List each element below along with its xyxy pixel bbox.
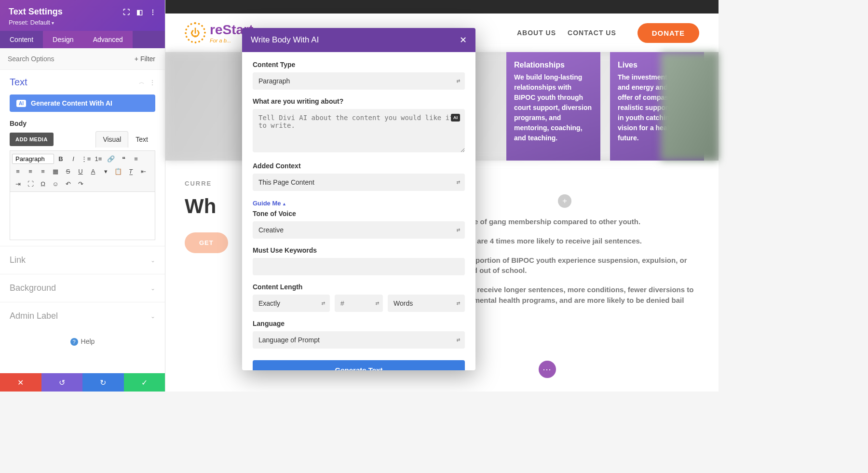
about-label: What are you writing about? (253, 97, 465, 105)
save-button[interactable]: ✓ (124, 373, 165, 392)
card-text: We build long-lasting relationships with… (514, 72, 593, 143)
settings-sidebar: Text Settings ⛶ ◧ ⋮ Preset: Default Cont… (0, 0, 165, 392)
body-label: Body (0, 118, 165, 131)
chevron-down-icon: ⌄ (150, 257, 155, 264)
modal-title: Write Body With AI (251, 35, 319, 45)
search-row: Filter (0, 48, 165, 70)
ai-modal: Write Body With AI ✕ Content Type Paragr… (242, 28, 475, 370)
length-mode-select[interactable]: Exactly (253, 295, 330, 312)
sidebar-title: Text Settings (9, 7, 63, 17)
table-icon[interactable]: ▦ (50, 165, 61, 177)
editor-tab-text[interactable]: Text (128, 131, 155, 148)
nav-about[interactable]: ABOUT US (517, 29, 556, 37)
generate-content-button[interactable]: AI Generate Content With AI (10, 95, 155, 112)
align-right-icon[interactable]: ≡ (25, 165, 36, 177)
align-justify-icon[interactable]: ≡ (37, 165, 49, 177)
generate-content-label: Generate Content With AI (31, 99, 112, 107)
sidebar-tabs: Content Design Advanced (0, 31, 165, 48)
admin-label-section[interactable]: Admin Label ⌄ (0, 302, 165, 330)
text-section-title: Text (10, 77, 27, 88)
fullscreen-icon[interactable]: ⛶ (25, 178, 36, 189)
search-input[interactable] (6, 52, 131, 66)
add-media-button[interactable]: ADD MEDIA (10, 133, 54, 146)
generate-text-button[interactable]: Generate Text (253, 360, 465, 370)
tab-design[interactable]: Design (43, 31, 83, 48)
sidebar-header: Text Settings ⛶ ◧ ⋮ Preset: Default (0, 0, 165, 31)
logo-icon (185, 22, 206, 43)
quote-icon[interactable]: ❝ (118, 153, 129, 164)
dock-icon[interactable]: ◧ (136, 8, 143, 16)
add-module-button[interactable]: + (558, 194, 571, 208)
editor-tab-visual[interactable]: Visual (95, 131, 128, 148)
editor-toolbar: Paragraph B I ⋮≡ 1≡ 🔗 ❝ ≡ ≡ ≡ ≡ ▦ S U A … (10, 150, 155, 192)
tone-select[interactable]: Creative (253, 221, 465, 239)
omega-icon[interactable]: Ω (37, 178, 49, 189)
ai-badge-icon: AI (16, 100, 26, 107)
indent-icon[interactable]: ⇥ (12, 178, 24, 189)
card-title: Relationships (514, 61, 593, 69)
undo-button[interactable]: ↺ (41, 373, 83, 392)
tab-content[interactable]: Content (0, 31, 43, 48)
align-center-icon[interactable]: ≡ (12, 165, 24, 177)
paste-icon[interactable]: 📋 (112, 165, 124, 177)
window-top-bar (165, 0, 719, 14)
filter-button[interactable]: Filter (131, 53, 159, 65)
get-involved-button[interactable]: GET (185, 232, 228, 253)
ai-icon[interactable]: AI (451, 114, 460, 122)
close-icon[interactable]: ✕ (460, 35, 467, 45)
strikethrough-icon[interactable]: S (62, 165, 74, 177)
donate-button[interactable]: DONATE (637, 23, 699, 43)
text-section-header[interactable]: Text ︿ ⋮ (0, 70, 165, 92)
feature-card: Relationships We build long-lasting rela… (506, 52, 600, 161)
length-unit-select[interactable]: Words (388, 295, 465, 312)
color-chevron-icon[interactable]: ▾ (100, 165, 111, 177)
content-type-label: Content Type (253, 61, 465, 68)
align-left-icon[interactable]: ≡ (130, 153, 142, 164)
outdent-icon[interactable]: ⇤ (137, 165, 149, 177)
bold-icon[interactable]: B (55, 153, 67, 164)
paragraph-select[interactable]: Paragraph (12, 154, 54, 164)
help-link[interactable]: Help (0, 330, 165, 353)
italic-icon[interactable]: I (68, 153, 79, 164)
length-label: Content Length (253, 283, 465, 291)
about-textarea[interactable] (253, 109, 465, 152)
chevron-up-icon[interactable]: ︿ (139, 78, 145, 86)
underline-icon[interactable]: U (75, 165, 86, 177)
cancel-button[interactable]: ✕ (0, 373, 41, 392)
builder-fab[interactable]: ⋯ (539, 361, 556, 378)
chevron-down-icon: ⌄ (150, 313, 155, 320)
redo-icon[interactable]: ↷ (75, 178, 86, 189)
sidebar-footer: ✕ ↺ ↻ ✓ (0, 373, 165, 392)
tone-label: Tone of Voice (253, 210, 465, 217)
expand-icon[interactable]: ⛶ (123, 8, 130, 16)
editor-textarea[interactable] (10, 192, 155, 240)
keywords-label: Must Use Keywords (253, 246, 465, 254)
modal-header: Write Body With AI ✕ (242, 28, 475, 52)
menu-icon[interactable]: ⋮ (149, 8, 156, 16)
background-section[interactable]: Background ⌄ (0, 274, 165, 302)
language-label: Language (253, 320, 465, 327)
emoji-icon[interactable]: ☺ (50, 178, 61, 189)
text-color-icon[interactable]: A (87, 165, 99, 177)
chevron-down-icon: ⌄ (150, 285, 155, 292)
undo-icon[interactable]: ↶ (62, 178, 74, 189)
preset-dropdown[interactable]: Preset: Default (9, 19, 156, 26)
tab-advanced[interactable]: Advanced (83, 31, 133, 48)
redo-button[interactable]: ↻ (82, 373, 124, 392)
link-icon[interactable]: 🔗 (105, 153, 117, 164)
language-select[interactable]: Language of Prompt (253, 331, 465, 349)
added-context-label: Added Context (253, 162, 465, 170)
length-number-input[interactable] (335, 295, 383, 312)
number-list-icon[interactable]: 1≡ (93, 153, 104, 164)
guide-me-toggle[interactable]: Guide Me (253, 200, 286, 207)
added-context-select[interactable]: This Page Content (253, 174, 465, 191)
content-type-select[interactable]: Paragraph (253, 72, 465, 90)
clear-format-icon[interactable]: T̲ (125, 165, 136, 177)
nav-contact[interactable]: CONTACT US (568, 29, 616, 37)
keywords-input[interactable] (253, 258, 465, 275)
main-nav: ABOUT US CONTACT US DONATE (517, 23, 699, 43)
link-section[interactable]: Link ⌄ (0, 246, 165, 274)
bullet-list-icon[interactable]: ⋮≡ (80, 153, 92, 164)
section-menu-icon[interactable]: ⋮ (149, 79, 155, 86)
